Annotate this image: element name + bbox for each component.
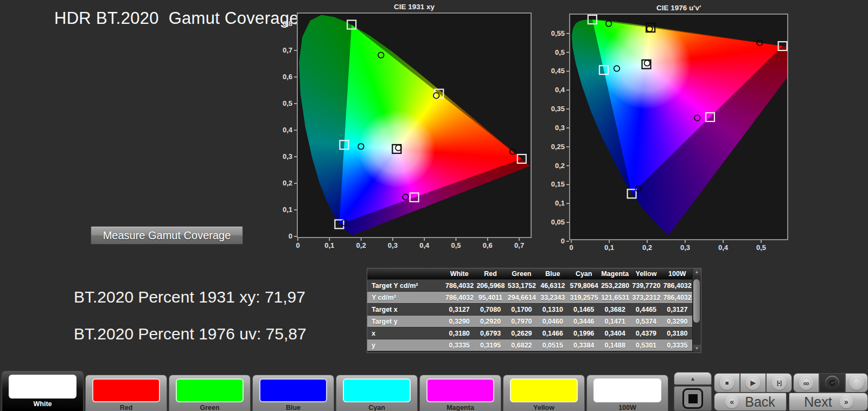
stop-button[interactable]: ■ bbox=[714, 373, 740, 393]
pattern-cell-white[interactable]: White bbox=[2, 371, 84, 411]
table-cell: 0,1466 bbox=[537, 327, 568, 339]
table-cell: 0,5374 bbox=[630, 316, 661, 327]
pattern-cell-label: 100W bbox=[587, 404, 668, 411]
next-button-label: Next bbox=[804, 394, 832, 410]
cie-1976-uv-chart: CIE 1976 u'v'00,050,10,150,20,250,30,350… bbox=[550, 3, 802, 254]
x-tick-label: 0,1 bbox=[324, 241, 334, 249]
record-button[interactable] bbox=[845, 373, 868, 393]
color-swatch bbox=[176, 378, 244, 402]
y-tick-label: 0,3 bbox=[555, 124, 565, 132]
x-tick-label: 0,2 bbox=[642, 243, 652, 252]
y-tick-label: 0,3 bbox=[283, 152, 292, 160]
table-cell: 0,5301 bbox=[630, 339, 661, 351]
refresh-button[interactable] bbox=[819, 373, 845, 393]
pattern-cell-cyan[interactable]: Cyan bbox=[336, 375, 418, 411]
play-button[interactable]: ▶ bbox=[740, 373, 766, 393]
y-tick-label: 0 bbox=[289, 232, 292, 240]
next-button[interactable]: Next » bbox=[789, 393, 868, 411]
pattern-size-button[interactable]: [▪] bbox=[766, 373, 792, 393]
table-cell: 0,0515 bbox=[537, 339, 568, 351]
table-cell: 0,3127 bbox=[444, 304, 475, 316]
table-row-label: Target y bbox=[367, 316, 444, 327]
pattern-cell-label: Yellow bbox=[503, 404, 584, 411]
table-cell: 0,6822 bbox=[506, 339, 537, 351]
table-scrollbar[interactable]: ▲ ▼ bbox=[692, 268, 701, 352]
pattern-cell-red[interactable]: Red bbox=[85, 375, 167, 411]
y-tick-label: 0,2 bbox=[283, 179, 292, 187]
color-swatch bbox=[343, 378, 411, 402]
color-swatch bbox=[510, 378, 578, 402]
back-button-label: Back bbox=[745, 394, 775, 410]
chart-title: CIE 1976 u'v' bbox=[656, 4, 701, 12]
pattern-cell-green[interactable]: Green bbox=[169, 375, 251, 411]
chevron-up-icon: ▲ bbox=[690, 376, 695, 382]
table-cell: 579,8064 bbox=[569, 280, 599, 292]
scrollbar-thumb[interactable] bbox=[693, 279, 700, 323]
scroll-up-icon[interactable]: ▲ bbox=[693, 268, 701, 276]
table-cell: 0,3195 bbox=[475, 339, 506, 351]
x-tick-label: 0,4 bbox=[718, 243, 729, 252]
record-icon bbox=[850, 376, 864, 390]
table-column-header: Magenta bbox=[599, 268, 630, 280]
table-cell: 0,1996 bbox=[569, 327, 599, 339]
chart-title: CIE 1931 xy bbox=[394, 3, 435, 11]
table-cell: 0,2629 bbox=[506, 327, 537, 339]
pattern-cell-yellow[interactable]: Yellow bbox=[503, 375, 585, 411]
scroll-down-icon[interactable]: ▼ bbox=[693, 345, 701, 352]
table-cell: 33,2343 bbox=[537, 292, 568, 304]
table-row: Y cd/m²786,403295,4011294,661433,2343319… bbox=[367, 292, 693, 304]
pattern-cell-100w[interactable]: 100W bbox=[586, 375, 668, 411]
table-row: Target y0,32900,29200,79700,04600,34460,… bbox=[367, 316, 693, 327]
table-cell: 319,2575 bbox=[569, 292, 599, 304]
table-column-header: Cyan bbox=[569, 268, 599, 280]
table-cell: 786,4032 bbox=[444, 292, 475, 304]
table-column-header: 100W bbox=[662, 268, 693, 280]
measurement-table-grid: WhiteRedGreenBlueCyanMagentaYellow100WTa… bbox=[367, 268, 693, 351]
measurement-table: WhiteRedGreenBlueCyanMagentaYellow100WTa… bbox=[367, 268, 701, 353]
pattern-cell-magenta[interactable]: Magenta bbox=[419, 375, 501, 411]
table-row: Target Y cd/m²786,4032206,5968533,175246… bbox=[367, 280, 693, 292]
table-row: y0,33350,31950,68220,05150,33840,14880,5… bbox=[367, 339, 693, 351]
table-row-label: Target Y cd/m² bbox=[367, 280, 444, 292]
y-tick-label: 0,4 bbox=[283, 126, 293, 134]
y-tick-label: 0 bbox=[561, 237, 565, 245]
back-button[interactable]: « Back bbox=[714, 393, 787, 411]
pattern-window-button[interactable] bbox=[674, 386, 712, 411]
chevrons-left-icon: « bbox=[725, 395, 738, 408]
y-tick-label: 0,5 bbox=[283, 99, 292, 107]
table-cell: 786,4032 bbox=[662, 280, 693, 292]
measure-gamut-coverage-button[interactable]: Measure Gamut Coverage bbox=[91, 226, 243, 245]
color-swatch bbox=[259, 378, 327, 402]
table-cell: 0,4465 bbox=[630, 304, 661, 316]
table-column-header: Yellow bbox=[630, 268, 661, 280]
y-tick-label: 0,15 bbox=[551, 180, 565, 188]
table-cell: 0,7080 bbox=[475, 304, 506, 316]
y-tick-label: 0,6 bbox=[283, 73, 292, 81]
table-cell: 95,4011 bbox=[475, 292, 506, 304]
color-swatch bbox=[92, 378, 160, 402]
refresh-icon bbox=[825, 376, 839, 390]
collapse-controls-button[interactable]: ▲ bbox=[674, 372, 712, 385]
pattern-cell-blue[interactable]: Blue bbox=[252, 375, 334, 411]
table-cell: 0,3290 bbox=[444, 316, 475, 327]
x-tick-label: 0,1 bbox=[604, 243, 614, 252]
continuous-loop-button[interactable]: ∞ bbox=[793, 373, 819, 393]
table-cell: 0,1465 bbox=[569, 304, 599, 316]
table-cell: 0,2920 bbox=[475, 316, 506, 327]
x-tick-label: 0,2 bbox=[356, 241, 366, 249]
table-cell: 0,3180 bbox=[444, 327, 475, 339]
pattern-size-icon: [▪] bbox=[772, 376, 786, 390]
table-cell: 739,7720 bbox=[630, 280, 661, 292]
table-row-label: y bbox=[367, 339, 444, 351]
table-cell: 0,3682 bbox=[599, 304, 630, 316]
bt2020-percent-1931-text: BT.2020 Percent 1931 xy: 71,97 bbox=[74, 288, 305, 306]
calman-workspace: HDR BT.2020 Gamut Coverage CIE 1931 xy00… bbox=[0, 0, 868, 411]
table-cell: 0,3180 bbox=[662, 327, 693, 339]
table-cell: 253,2280 bbox=[599, 280, 630, 292]
table-cell: 0,1471 bbox=[599, 316, 630, 327]
page-title: HDR BT.2020 Gamut Coverage bbox=[54, 9, 299, 28]
table-cell: 0,3335 bbox=[444, 339, 475, 351]
table-header-row: WhiteRedGreenBlueCyanMagentaYellow100W bbox=[367, 268, 693, 280]
y-tick-label: 0,1 bbox=[555, 199, 565, 207]
pattern-color-bar: WhiteRedGreenBlueCyanMagentaYellow100W bbox=[2, 370, 670, 411]
